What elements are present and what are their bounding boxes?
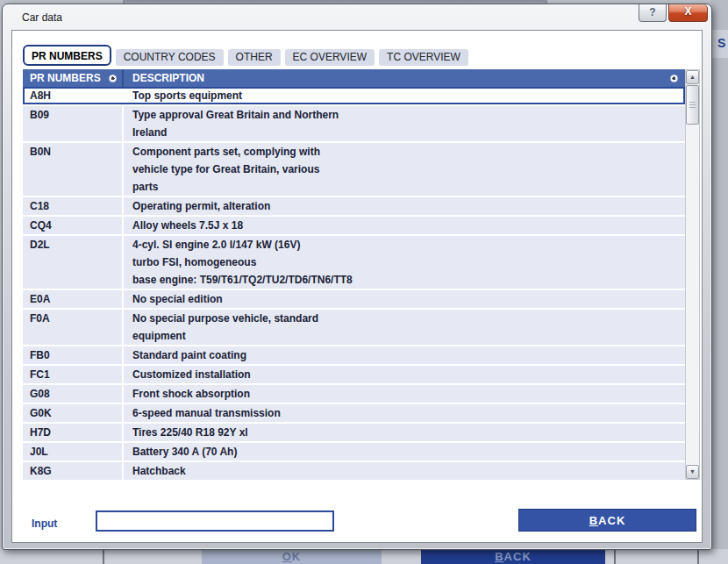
description-cell: 4-cyl. SI engine 2.0 l/147 kW (16V)turbo… xyxy=(124,236,685,289)
table-row[interactable]: G0K6-speed manual transmission xyxy=(23,404,685,422)
pr-code-cell: G0K xyxy=(23,404,124,422)
table-row[interactable]: K8GHatchback xyxy=(23,462,685,480)
help-button[interactable]: ? xyxy=(639,4,667,22)
dialog-title: Car data xyxy=(22,11,62,24)
pr-code-cell: CQ4 xyxy=(23,217,124,234)
sort-dot-icon xyxy=(670,75,678,82)
pr-numbers-table: A8HTop sports equipmentB09Type approval … xyxy=(23,87,685,480)
tab-tc-overview[interactable]: TC OVERVIEW xyxy=(379,49,468,66)
description-cell: Operating permit, alteration xyxy=(124,197,685,215)
pr-code-cell: FC1 xyxy=(23,366,124,383)
description-cell: Tires 225/40 R18 92Y xl xyxy=(124,424,685,441)
pr-code-cell: B09 xyxy=(23,106,124,141)
description-cell: Customized installation xyxy=(124,366,685,383)
screen: S OK BACK Car data ? X PR NUMBERSCOUNTRY… xyxy=(0,0,728,564)
pr-code-cell: C18 xyxy=(23,197,124,215)
window-controls: ? X xyxy=(639,4,708,22)
description-cell: No special edition xyxy=(124,290,685,308)
background-window-border xyxy=(103,550,104,564)
pr-code-cell: K8G xyxy=(23,462,124,480)
close-icon: X xyxy=(684,5,691,18)
vertical-scrollbar[interactable]: ▲ ▼ xyxy=(685,69,700,480)
table-row[interactable]: E0ANo special edition xyxy=(23,290,685,308)
table-row[interactable]: FB0Standard paint coating xyxy=(23,346,685,364)
close-button[interactable]: X xyxy=(668,4,708,22)
table-row[interactable]: G08Front shock absorption xyxy=(23,385,685,403)
pr-code-cell: E0A xyxy=(23,290,124,308)
tab-pr-numbers[interactable]: PR NUMBERS xyxy=(23,45,111,66)
background-window-border xyxy=(614,550,616,564)
background-window-border xyxy=(697,550,699,564)
description-cell: Top sports equipment xyxy=(124,87,685,104)
pr-code-cell: H7D xyxy=(23,424,124,441)
description-cell: Component parts set, complying withvehic… xyxy=(124,143,685,196)
description-cell: Battery 340 A (70 Ah) xyxy=(124,443,685,460)
pr-code-cell: B0N xyxy=(23,143,124,196)
description-cell: Hatchback xyxy=(124,462,685,480)
tab-bar: PR NUMBERSCOUNTRY CODESOTHEREC OVERVIEWT… xyxy=(23,43,473,66)
description-cell: Standard paint coating xyxy=(124,346,685,364)
pr-code-cell: FB0 xyxy=(23,346,124,364)
backdrop-right xyxy=(710,0,728,564)
pr-code-cell: F0A xyxy=(23,310,124,345)
pr-code-cell: J0L xyxy=(23,443,124,460)
input-label: Input xyxy=(32,518,57,530)
sort-dot-icon xyxy=(109,75,117,82)
background-side-letter: S xyxy=(717,36,725,50)
description-cell: Alloy wheels 7.5J x 18 xyxy=(124,217,685,234)
input-field[interactable] xyxy=(96,510,334,532)
table-row[interactable]: J0LBattery 340 A (70 Ah) xyxy=(23,443,685,460)
background-ok-button: OK xyxy=(202,550,382,564)
description-cell: No special purpose vehicle, standardequi… xyxy=(124,310,685,345)
table-row[interactable]: H7DTires 225/40 R18 92Y xl xyxy=(23,424,685,441)
pr-code-cell: G08 xyxy=(23,385,124,403)
description-cell: Front shock absorption xyxy=(124,385,685,403)
description-cell: Type approval Great Britain and Northern… xyxy=(124,106,685,141)
pr-code-cell: A8H xyxy=(23,87,124,104)
scroll-up-button[interactable]: ▲ xyxy=(686,70,699,84)
background-back-button: BACK xyxy=(421,550,605,564)
tab-other[interactable]: OTHER xyxy=(228,49,281,66)
back-button[interactable]: BACK xyxy=(518,509,696,532)
scroll-down-button[interactable]: ▼ xyxy=(686,465,699,479)
thumb-grip-icon xyxy=(689,102,696,109)
table-row[interactable]: D2L4-cyl. SI engine 2.0 l/147 kW (16V)tu… xyxy=(23,236,685,289)
dialog-body: PR NUMBERSCOUNTRY CODESOTHEREC OVERVIEWT… xyxy=(11,30,703,543)
tab-country-codes[interactable]: COUNTRY CODES xyxy=(116,49,224,66)
table-row[interactable]: FC1Customized installation xyxy=(23,366,685,383)
column-header-pr-numbers[interactable]: PR NUMBERS xyxy=(23,69,124,87)
table-row[interactable]: B09Type approval Great Britain and North… xyxy=(23,106,685,141)
table-header: PR NUMBERS DESCRIPTION xyxy=(23,69,685,87)
description-cell: 6-speed manual transmission xyxy=(124,404,685,422)
table-row[interactable]: C18Operating permit, alteration xyxy=(23,197,685,215)
pr-code-cell: D2L xyxy=(23,236,124,289)
table-row[interactable]: F0ANo special purpose vehicle, standarde… xyxy=(23,310,685,345)
table-row[interactable]: B0NComponent parts set, complying withve… xyxy=(23,143,685,196)
scrollbar-thumb[interactable] xyxy=(686,85,699,125)
car-data-dialog: Car data ? X PR NUMBERSCOUNTRY CODESOTHE… xyxy=(2,4,712,550)
table-row[interactable]: CQ4Alloy wheels 7.5J x 18 xyxy=(23,217,685,234)
column-header-description[interactable]: DESCRIPTION xyxy=(124,69,685,87)
tab-ec-overview[interactable]: EC OVERVIEW xyxy=(285,49,375,66)
table-row[interactable]: A8HTop sports equipment xyxy=(23,87,685,104)
